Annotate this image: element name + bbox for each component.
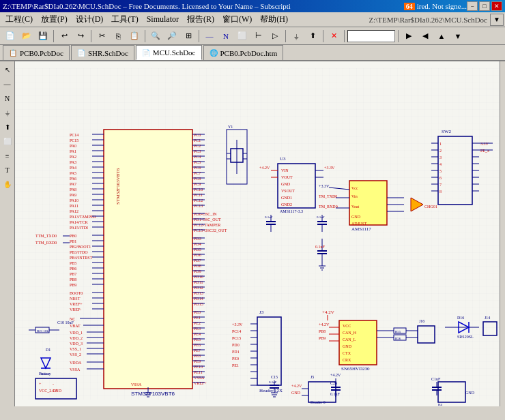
svg-text:PA8: PA8 [70,188,76,192]
tb-save[interactable]: 💾 [35,29,50,44]
tb-zoom-out[interactable]: 🔎 [164,29,179,44]
title-buttons: − □ ✕ [467,1,502,11]
tb-arrow-down[interactable]: ▼ [450,29,465,44]
svg-text:Header 0: Header 0 [311,400,326,404]
svg-text:PC9: PC9 [194,182,201,186]
tb-paste[interactable]: 📋 [127,29,142,44]
svg-text:+4.2V: +4.2V [319,322,330,327]
svg-text:PC1: PC1 [194,138,201,142]
menu-chuangkou[interactable]: 窗口(W) [218,12,256,27]
tool-gnd[interactable]: ⏚ [1,106,14,119]
tb-arrow-up[interactable]: ▲ [434,29,449,44]
tool-select[interactable]: ↖ [1,63,14,76]
tb-arrow-left[interactable]: ◀ [418,29,433,44]
svg-text:PC11: PC11 [194,193,203,197]
right-scroll-panel[interactable] [500,61,505,406]
svg-text:VDD_3: VDD_3 [70,342,83,346]
svg-text:PE1: PE1 [232,363,239,368]
svg-text:PE11: PE11 [194,370,203,374]
tab-shr[interactable]: 📄 SHR.SchDoc [71,45,134,60]
tb-cross[interactable]: ✕ [326,29,341,44]
svg-text:TTM_TXD0: TTM_TXD0 [35,234,57,238]
tool-component[interactable]: ⬜ [1,134,14,148]
schematic-canvas[interactable]: STM32F103VBT6 PC14 PC15 PA0 PA1 PA2 PA3 … [15,61,500,406]
tool-bus[interactable]: ≡ [1,149,14,162]
svg-text:CAN_H: CAN_H [343,331,357,335]
schematic-svg: STM32F103VBT6 PC14 PC15 PA0 PA1 PA2 PA3 … [15,61,500,406]
svg-text:Vout: Vout [351,205,360,209]
tb-cut[interactable]: ✂ [94,29,109,44]
svg-text:TM_TXD0: TM_TXD0 [319,194,337,198]
tb-fit[interactable]: ⊞ [181,29,196,44]
svg-text:PC15-OSC32_OUT: PC15-OSC32_OUT [194,228,227,232]
menu-sheji[interactable]: 设计(D) [72,12,108,27]
maximize-button[interactable]: □ [479,1,490,11]
tb-open[interactable]: 📂 [19,29,34,44]
tool-text[interactable]: T [1,163,14,177]
tool-wire[interactable]: — [1,77,14,91]
svg-text:PD0-OSC_IN: PD0-OSC_IN [194,212,217,216]
svg-text:PD4: PD4 [194,242,201,246]
tb-new[interactable]: 📄 [3,29,18,44]
tb-port[interactable]: ▷ [268,29,283,44]
tab-mcu[interactable]: 📄 MCU.SchDoc [136,45,202,60]
tab-pcb0[interactable]: 📋 PCB0.PcbDoc [3,45,70,60]
tb-net[interactable]: N [218,29,233,44]
tb-zoom-in[interactable]: 🔍 [148,29,163,44]
svg-text:CTX: CTX [343,351,351,355]
menu-bangzhu[interactable]: 帮助(H) [256,12,292,27]
svg-text:J16: J16 [419,319,424,323]
tool-net-label[interactable]: N [1,91,14,105]
tool-move[interactable]: ✋ [1,177,14,191]
tb-comp[interactable]: ⬜ [235,29,250,44]
tb-vcc[interactable]: ⬆ [305,29,320,44]
svg-text:PA15/JTDI: PA15/JTDI [70,226,88,230]
tool-vcc[interactable]: ⬆ [1,120,14,134]
svg-text:PC8: PC8 [194,177,201,181]
path-label: Z:\TEMP\Rar$DIa0.262\MCU.SchDoc [369,16,487,24]
svg-text:PC14: PC14 [70,133,78,137]
menu-gongju[interactable]: 工具(T) [107,12,142,27]
svg-text:PA12: PA12 [70,209,78,213]
zoom-input[interactable] [347,30,395,42]
tb-arrow-right[interactable]: ▶ [401,29,416,44]
svg-text:PD3: PD3 [194,237,201,241]
svg-text:+4.2V: +4.2V [322,310,334,315]
main-area: ↖ — N ⏚ ⬆ ⬜ ≡ T ✋ STM32F103VBT6 PC14 [0,61,505,406]
svg-text:PD1-OSC_OUT: PD1-OSC_OUT [194,217,221,222]
tb-wire[interactable]: — [202,29,217,44]
path-dropdown-button[interactable]: ▼ [490,14,504,26]
tb-undo[interactable]: ↩ [57,29,72,44]
svg-text:+4.2V: +4.2V [259,166,270,170]
minimize-button[interactable]: − [467,1,478,11]
menu-simulator[interactable]: Simulator [143,13,183,26]
svg-text:PD9: PD9 [194,269,201,273]
svg-text:Vcc: Vcc [351,186,358,190]
svg-text:PE_x: PE_x [480,149,489,153]
menu-fangzhi[interactable]: 放置(P) [37,12,72,27]
svg-text:VREF+: VREF+ [194,381,207,385]
svg-text:PE0: PE0 [194,310,201,314]
svg-text:TTM_RXD0: TTM_RXD0 [35,241,57,245]
close-button[interactable]: ✕ [491,1,502,11]
tb-gnd[interactable]: ⏚ [289,29,304,44]
svg-text:PA14/TCK: PA14/TCK [70,220,88,224]
tb-redo[interactable]: ↪ [73,29,88,44]
svg-text:PE2: PE2 [194,321,201,325]
svg-text:VDD_2: VDD_2 [70,336,83,340]
menu-gongcheng[interactable]: 工程(C) [1,12,37,27]
tb-copy[interactable]: ⎘ [111,29,126,44]
svg-text:R21 10k: R21 10k [37,329,49,333]
tb-pin[interactable]: ⊢ [251,29,266,44]
tab-htm[interactable]: 🌐 PCB0.PcbDoc.htm [203,45,284,60]
svg-text:STM32F103VBT6: STM32F103VBT6 [115,168,121,205]
svg-text:PD14: PD14 [194,297,203,301]
menu-baogao[interactable]: 报告(R) [183,12,218,27]
tab-htm-label: PCB0.PcbDoc.htm [220,49,278,57]
svg-text:ADJUST: ADJUST [351,222,367,226]
svg-text:PC14: PC14 [232,329,241,333]
svg-text:PD15: PD15 [194,302,203,306]
tab-pcb0-icon: 📋 [9,49,17,57]
svg-text:VSSA: VSSA [194,376,205,380]
svg-text:PA4: PA4 [70,166,76,170]
